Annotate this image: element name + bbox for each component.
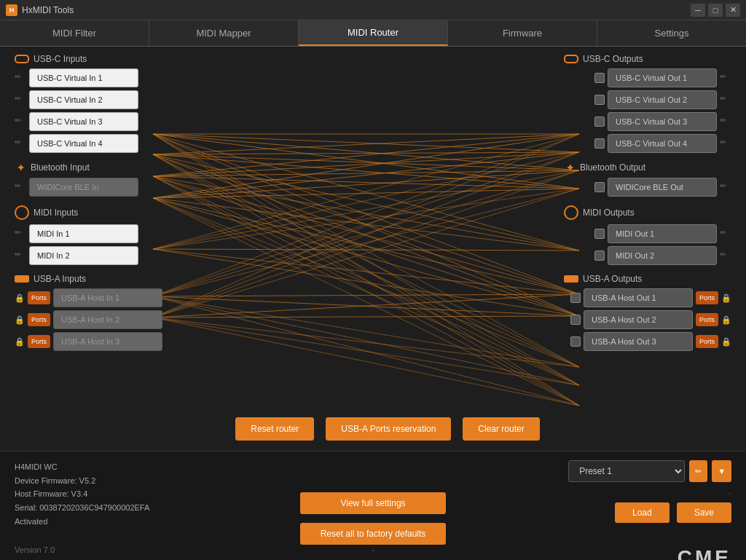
- input-usba1-button[interactable]: USB-A Host In 1: [53, 288, 162, 307]
- device-firmware: Device Firmware: V5.2: [15, 474, 244, 488]
- edit-out-midi2-icon[interactable]: ✏: [720, 250, 731, 261]
- input-usba2-row: 🔒 Ports USB-A Host In 2: [15, 310, 182, 329]
- input-midi2-row: ✏ MIDI In 2: [15, 246, 182, 265]
- checkbox-usbc1[interactable]: [594, 73, 605, 83]
- ports-usba2-button[interactable]: Ports: [28, 313, 50, 326]
- tab-midi-mapper[interactable]: MIDI Mapper: [149, 20, 299, 46]
- usba-ports-button[interactable]: USB-A Ports reservation: [326, 417, 451, 441]
- output-usba3-button[interactable]: USB-A Host Out 3: [584, 332, 693, 351]
- svg-line-12: [153, 154, 579, 170]
- output-usbc3-button[interactable]: USB-C Virtual Out 3: [608, 112, 717, 131]
- edit-out-usbc1-icon[interactable]: ✏: [720, 72, 731, 84]
- checkbox-midi1[interactable]: [594, 229, 605, 239]
- checkbox-bt1[interactable]: [594, 182, 605, 192]
- input-bt1-row: ✏ WIDICore BLE In: [15, 178, 182, 197]
- lock-usba3-icon: 🔒: [15, 336, 25, 347]
- cme-logo: CME: [610, 546, 731, 560]
- usba-outputs-header: USB-A Outputs: [564, 274, 731, 284]
- preset-select[interactable]: Preset 1: [568, 460, 685, 482]
- svg-line-28: [153, 176, 579, 385]
- svg-line-33: [153, 189, 579, 198]
- svg-line-29: [153, 176, 579, 406]
- tab-firmware[interactable]: Firmware: [448, 20, 597, 46]
- usba-inputs-header: USB-A Inputs: [15, 274, 182, 284]
- maximize-button[interactable]: □: [708, 4, 723, 17]
- tab-settings[interactable]: Settings: [597, 20, 746, 46]
- input-usbc3-button[interactable]: USB-C Virtual In 3: [29, 112, 138, 131]
- edit-out-midi1-icon[interactable]: ✏: [720, 228, 731, 240]
- input-usbc2-row: ✏ USB-C Virtual In 2: [15, 90, 182, 109]
- close-button[interactable]: ✕: [726, 4, 740, 17]
- input-usba2-button[interactable]: USB-A Host In 2: [53, 310, 162, 329]
- svg-line-32: [153, 170, 579, 198]
- edit-midi2-icon[interactable]: ✏: [15, 250, 26, 261]
- checkbox-usba1[interactable]: [570, 293, 581, 303]
- svg-line-60: [153, 294, 579, 318]
- edit-midi1-icon[interactable]: ✏: [15, 228, 26, 240]
- svg-line-1: [153, 134, 579, 152]
- ports-out-usba2-button[interactable]: Ports: [696, 313, 718, 326]
- checkbox-usbc2[interactable]: [594, 95, 605, 105]
- output-usba2-button[interactable]: USB-A Host Out 2: [584, 310, 693, 329]
- edit-out-usbc2-icon[interactable]: ✏: [720, 94, 731, 106]
- checkbox-midi2[interactable]: [594, 251, 605, 261]
- checkbox-usba2[interactable]: [570, 315, 581, 325]
- tab-midi-filter[interactable]: MIDI Filter: [0, 20, 149, 46]
- title-bar-left: H HxMIDI Tools: [6, 4, 74, 16]
- checkbox-usbc4[interactable]: [594, 138, 605, 149]
- right-outputs-column: USB-C Outputs USB-C Virtual Out 1 ✏ USB-…: [564, 54, 731, 354]
- edit-out-bt1-icon[interactable]: ✏: [720, 181, 731, 193]
- output-midi2-button[interactable]: MIDI Out 2: [608, 246, 717, 265]
- svg-line-38: [153, 198, 579, 385]
- reset-router-button[interactable]: Reset router: [235, 417, 314, 441]
- usbc-inputs-header: USB-C Inputs: [15, 54, 182, 64]
- output-usbc4-button[interactable]: USB-C Virtual Out 4: [608, 134, 717, 153]
- checkbox-usbc3[interactable]: [594, 117, 605, 127]
- output-usbc1-button[interactable]: USB-C Virtual Out 1: [608, 68, 717, 87]
- svg-line-4: [153, 134, 579, 251]
- load-save-row: Load Save: [615, 502, 731, 523]
- output-usba2-row: USB-A Host Out 2 Ports 🔒: [564, 310, 731, 329]
- usbc-icon: [15, 55, 29, 63]
- input-usbc1-button[interactable]: USB-C Virtual In 1: [29, 68, 138, 87]
- svg-line-19: [153, 154, 579, 406]
- clear-router-button[interactable]: Clear router: [463, 417, 539, 441]
- input-usba3-button[interactable]: USB-A Host In 3: [53, 332, 162, 351]
- preset-edit-button[interactable]: ✏: [689, 460, 707, 482]
- tab-midi-router[interactable]: MIDI Router: [299, 20, 448, 46]
- ports-out-usba1-button[interactable]: Ports: [696, 291, 718, 304]
- bluetooth-inputs-header: ✦ Bluetooth Input: [15, 162, 182, 173]
- output-bt1-button[interactable]: WIDICore BLE Out: [608, 178, 717, 197]
- edit-out-usbc3-icon[interactable]: ✏: [720, 116, 731, 127]
- output-midi1-button[interactable]: MIDI Out 1: [608, 224, 717, 243]
- svg-line-37: [153, 198, 579, 367]
- edit-bt1-icon[interactable]: ✏: [15, 181, 26, 193]
- svg-line-15: [153, 154, 579, 294]
- output-usbc2-button[interactable]: USB-C Virtual Out 2: [608, 90, 717, 109]
- input-usbc4-button[interactable]: USB-C Virtual In 4: [29, 134, 138, 153]
- factory-reset-button[interactable]: Reset all to factory defaults: [300, 523, 446, 545]
- midi-output-icon: [564, 205, 578, 220]
- output-usba1-button[interactable]: USB-A Host Out 1: [584, 288, 693, 307]
- edit-usbc1-icon[interactable]: ✏: [15, 72, 26, 84]
- edit-out-usbc4-icon[interactable]: ✏: [720, 138, 731, 149]
- input-midi2-button[interactable]: MIDI In 2: [29, 246, 138, 265]
- ports-usba3-button[interactable]: Ports: [28, 335, 50, 348]
- ports-out-usba3-button[interactable]: Ports: [696, 335, 718, 348]
- ports-usba1-button[interactable]: Ports: [28, 291, 50, 304]
- svg-line-59: [153, 189, 579, 318]
- edit-usbc3-icon[interactable]: ✏: [15, 116, 26, 127]
- load-button[interactable]: Load: [615, 502, 670, 523]
- minimize-button[interactable]: ─: [691, 4, 705, 17]
- svg-line-40: [153, 134, 579, 249]
- input-usbc2-button[interactable]: USB-C Virtual In 2: [29, 90, 138, 109]
- input-midi1-button[interactable]: MIDI In 1: [29, 224, 138, 243]
- checkbox-usba3[interactable]: [570, 336, 581, 347]
- save-button[interactable]: Save: [677, 502, 731, 523]
- preset-dropdown-button[interactable]: ▼: [712, 460, 731, 482]
- output-usbc3-row: USB-C Virtual Out 3 ✏: [564, 112, 731, 131]
- edit-usbc4-icon[interactable]: ✏: [15, 138, 26, 149]
- input-bt1-button[interactable]: WIDICore BLE In: [29, 178, 138, 197]
- view-full-settings-button[interactable]: View full settings: [300, 492, 446, 514]
- edit-usbc2-icon[interactable]: ✏: [15, 94, 26, 106]
